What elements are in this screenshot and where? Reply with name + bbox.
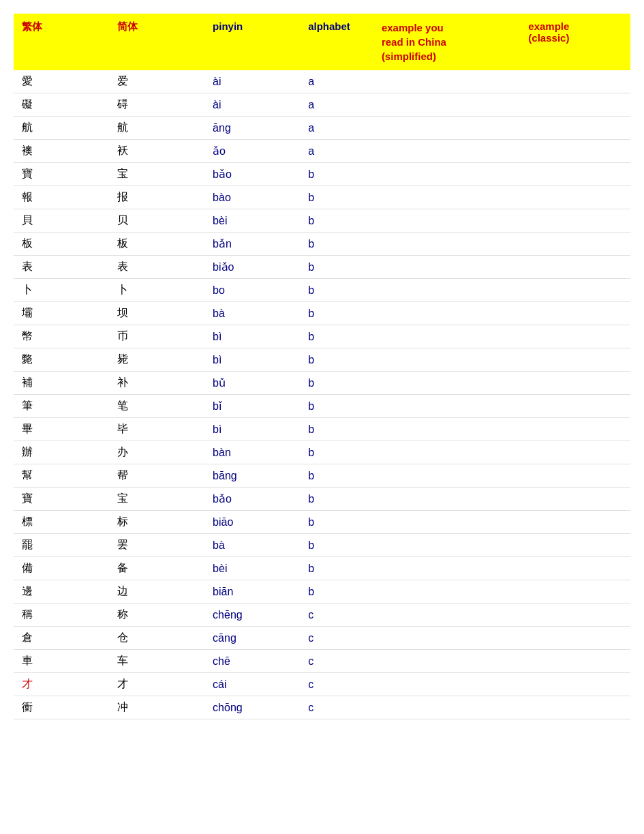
table-row: 表 表 biǎo b	[14, 256, 630, 279]
cell-simplified: 帮	[109, 464, 204, 488]
cell-example-simplified	[373, 186, 520, 209]
table-row: 補 补 bǔ b	[14, 372, 630, 395]
table-row: 壩 坝 bà b	[14, 302, 630, 325]
cell-traditional: 邊	[14, 580, 109, 604]
cell-traditional: 板	[14, 233, 109, 256]
header-traditional: 繁体	[14, 14, 109, 70]
cell-alphabet: c	[300, 696, 373, 719]
cell-pinyin: āng	[204, 117, 300, 140]
table-row: 才 才 cái c	[14, 673, 630, 696]
cell-pinyin: bǐ	[204, 395, 300, 418]
cell-alphabet: c	[300, 627, 373, 650]
cell-traditional: 卜	[14, 279, 109, 302]
cell-simplified: 办	[109, 441, 204, 464]
cell-simplified: 贝	[109, 209, 204, 233]
cell-alphabet: b	[300, 325, 373, 348]
cell-pinyin: ǎo	[204, 140, 300, 163]
cell-example-classic	[520, 488, 630, 511]
cell-traditional: 貝	[14, 209, 109, 233]
cell-traditional: 稱	[14, 604, 109, 627]
cell-example-simplified	[373, 488, 520, 511]
cell-simplified: 标	[109, 511, 204, 534]
cell-example-simplified	[373, 418, 520, 441]
cell-alphabet: b	[300, 580, 373, 604]
cell-traditional: 寶	[14, 488, 109, 511]
cell-alphabet: b	[300, 372, 373, 395]
table-row: 板 板 bǎn b	[14, 233, 630, 256]
cell-example-simplified	[373, 163, 520, 186]
cell-example-classic	[520, 372, 630, 395]
table-row: 寶 宝 bǎo b	[14, 488, 630, 511]
cell-example-classic	[520, 233, 630, 256]
cell-example-classic	[520, 256, 630, 279]
cell-simplified: 袄	[109, 140, 204, 163]
cell-alphabet: b	[300, 209, 373, 233]
cell-traditional: 筆	[14, 395, 109, 418]
table-row: 辦 办 bàn b	[14, 441, 630, 464]
table-row: 倉 仓 cāng c	[14, 627, 630, 650]
cell-example-classic	[520, 627, 630, 650]
cell-pinyin: bì	[204, 348, 300, 372]
cell-traditional: 備	[14, 557, 109, 580]
cell-traditional: 畢	[14, 418, 109, 441]
header-pinyin: pinyin	[204, 14, 300, 70]
cell-pinyin: bà	[204, 534, 300, 557]
cell-simplified: 毕	[109, 418, 204, 441]
cell-simplified: 笔	[109, 395, 204, 418]
cell-alphabet: a	[300, 140, 373, 163]
cell-example-simplified	[373, 93, 520, 117]
cell-simplified: 表	[109, 256, 204, 279]
cell-alphabet: b	[300, 302, 373, 325]
cell-alphabet: b	[300, 348, 373, 372]
cell-example-classic	[520, 163, 630, 186]
table-header-row: 繁体 简体 pinyin alphabet example you read i…	[14, 14, 630, 70]
cell-example-classic	[520, 673, 630, 696]
cell-simplified: 宝	[109, 163, 204, 186]
cell-pinyin: bèi	[204, 209, 300, 233]
cell-alphabet: b	[300, 279, 373, 302]
table-row: 報 报 bào b	[14, 186, 630, 209]
cell-traditional: 才	[14, 673, 109, 696]
table-row: 備 备 bèi b	[14, 557, 630, 580]
cell-example-classic	[520, 464, 630, 488]
cell-alphabet: b	[300, 534, 373, 557]
cell-traditional: 幫	[14, 464, 109, 488]
cell-example-classic	[520, 650, 630, 673]
cell-example-simplified	[373, 534, 520, 557]
cell-example-simplified	[373, 627, 520, 650]
cell-example-simplified	[373, 279, 520, 302]
header-example-classic: example (classic)	[520, 14, 630, 70]
table-row: 稱 称 chēng c	[14, 604, 630, 627]
cell-pinyin: bo	[204, 279, 300, 302]
cell-example-classic	[520, 557, 630, 580]
cell-example-classic	[520, 117, 630, 140]
cell-example-simplified	[373, 464, 520, 488]
cell-simplified: 航	[109, 117, 204, 140]
table-row: 車 车 chē c	[14, 650, 630, 673]
cell-example-classic	[520, 604, 630, 627]
cell-traditional: 報	[14, 186, 109, 209]
cell-traditional: 壩	[14, 302, 109, 325]
cell-alphabet: a	[300, 93, 373, 117]
cell-example-simplified	[373, 557, 520, 580]
cell-pinyin: ài	[204, 70, 300, 93]
cell-traditional: 幣	[14, 325, 109, 348]
table-row: 衝 冲 chōng c	[14, 696, 630, 719]
table-row: 幣 币 bì b	[14, 325, 630, 348]
cell-traditional: 寶	[14, 163, 109, 186]
cell-alphabet: b	[300, 441, 373, 464]
header-example-simplified: example you read in China (simplified)	[373, 14, 520, 70]
cell-example-classic	[520, 325, 630, 348]
cell-alphabet: b	[300, 418, 373, 441]
cell-example-classic	[520, 696, 630, 719]
cell-example-classic	[520, 140, 630, 163]
cell-traditional: 表	[14, 256, 109, 279]
cell-pinyin: ài	[204, 93, 300, 117]
cell-example-classic	[520, 209, 630, 233]
cell-simplified: 才	[109, 673, 204, 696]
cell-alphabet: c	[300, 673, 373, 696]
cell-pinyin: bǔ	[204, 372, 300, 395]
cell-pinyin: chēng	[204, 604, 300, 627]
cell-traditional: 斃	[14, 348, 109, 372]
table-row: 幫 帮 bāng b	[14, 464, 630, 488]
